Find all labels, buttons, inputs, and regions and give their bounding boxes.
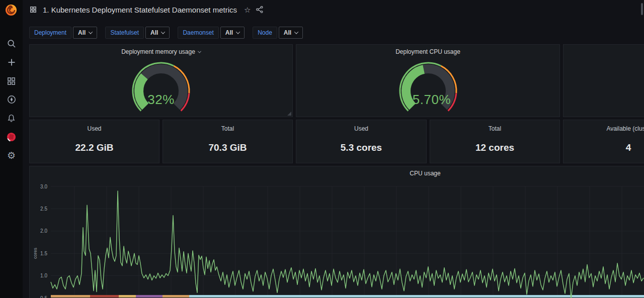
template-variables-row: Deployment All Statefulset All Daemonset… bbox=[29, 27, 303, 39]
sidebar: ⚙ bbox=[0, 0, 23, 298]
stat-value: 70.3 GiB bbox=[163, 142, 292, 153]
gauge-value: 45.70% bbox=[296, 92, 559, 108]
stat-value: 12 cores bbox=[430, 142, 559, 153]
series-band bbox=[51, 295, 90, 297]
filter-value-dropdown[interactable]: All bbox=[145, 27, 170, 39]
settings-gear-icon[interactable]: ⚙ bbox=[0, 150, 23, 161]
panel-memory-total: Total 70.3 GiB bbox=[163, 120, 293, 163]
filter-label: Deployment bbox=[29, 27, 71, 39]
grafana-logo[interactable] bbox=[4, 3, 18, 17]
star-icon[interactable]: ☆ bbox=[244, 6, 251, 14]
alerting-bell-icon[interactable] bbox=[0, 113, 23, 124]
stat-value: 4 bbox=[564, 142, 644, 153]
cpu-usage-chart: 3.02.52.01.51.00.5cores bbox=[30, 166, 644, 298]
chevron-down-icon bbox=[198, 49, 201, 53]
create-plus-icon[interactable] bbox=[0, 57, 23, 68]
y-tick-label: 3.0 bbox=[40, 184, 47, 189]
panel-deployment-memory-usage: Deployment memory usage 32% bbox=[29, 44, 293, 117]
y-axis-label: cores bbox=[33, 248, 38, 259]
explore-compass-icon[interactable] bbox=[0, 94, 23, 105]
filter-label: Statefulset bbox=[105, 27, 144, 39]
scrollbar[interactable] bbox=[641, 3, 643, 15]
y-tick-label: 1.0 bbox=[40, 273, 47, 278]
dashboard-grid-icon bbox=[30, 6, 37, 13]
stat-title: Used bbox=[30, 125, 159, 132]
memory-usage-gauge bbox=[123, 55, 199, 117]
panel-deployment-cpu-usage: Deployment CPU usage 45.70% bbox=[296, 44, 560, 117]
gauge-value: 32% bbox=[30, 92, 292, 108]
panel-cpu-total: Total 12 cores bbox=[430, 120, 560, 163]
stat-title: Total bbox=[163, 125, 292, 132]
series-band bbox=[189, 295, 644, 297]
cpu-usage-gauge bbox=[390, 55, 466, 117]
series-band bbox=[136, 295, 163, 297]
search-icon[interactable] bbox=[0, 38, 23, 49]
stat-value: 22.2 GiB bbox=[30, 142, 159, 153]
filter-deployment: Deployment All bbox=[29, 27, 97, 39]
filter-statefulset: Statefulset All bbox=[105, 27, 170, 39]
stat-value: 5.3 cores bbox=[296, 142, 426, 153]
y-tick-label: 0.5 bbox=[40, 295, 47, 298]
stat-title: Available (cluste bbox=[564, 125, 644, 132]
panel-memory-used: Used 22.2 GiB bbox=[29, 120, 159, 163]
y-tick-label: 1.5 bbox=[40, 251, 47, 256]
series-band bbox=[163, 295, 189, 297]
cpu-series-line bbox=[51, 191, 643, 298]
series-band bbox=[119, 295, 136, 297]
panel-cutoff-right bbox=[563, 44, 644, 117]
sidebar-nav: ⚙ bbox=[0, 38, 23, 161]
panel-title-menu[interactable]: Deployment memory usage bbox=[30, 48, 292, 55]
panel-resize-handle[interactable] bbox=[287, 112, 291, 116]
filter-value-dropdown[interactable]: All bbox=[73, 27, 97, 39]
series-band bbox=[90, 295, 119, 297]
dashboards-icon[interactable] bbox=[0, 75, 23, 86]
share-icon[interactable] bbox=[256, 6, 264, 14]
stat-title: Total bbox=[430, 125, 559, 132]
filter-value-dropdown[interactable]: All bbox=[279, 27, 303, 39]
filter-value-dropdown[interactable]: All bbox=[220, 27, 245, 39]
panel-cpu-usage-graph: CPU usage 3.02.52.01.51.00.5cores bbox=[29, 166, 644, 298]
filter-node: Node All bbox=[253, 27, 303, 39]
panel-cpu-used: Used 5.3 cores bbox=[296, 120, 427, 163]
red-app-icon[interactable] bbox=[0, 131, 23, 142]
stat-title: Used bbox=[296, 125, 426, 132]
filter-label: Node bbox=[253, 27, 277, 39]
panel-title-menu[interactable]: Deployment CPU usage bbox=[296, 48, 559, 55]
y-tick-label: 2.5 bbox=[40, 206, 47, 212]
panel-available-cluster: Available (cluste 4 bbox=[563, 120, 644, 163]
dashboard-title: 1. Kubernetes Deployment Statefulset Dae… bbox=[43, 6, 237, 14]
y-tick-label: 2.0 bbox=[40, 228, 47, 234]
filter-label: Daemonset bbox=[178, 27, 218, 39]
filter-daemonset: Daemonset All bbox=[178, 27, 245, 39]
topbar: 1. Kubernetes Deployment Statefulset Dae… bbox=[23, 0, 644, 19]
